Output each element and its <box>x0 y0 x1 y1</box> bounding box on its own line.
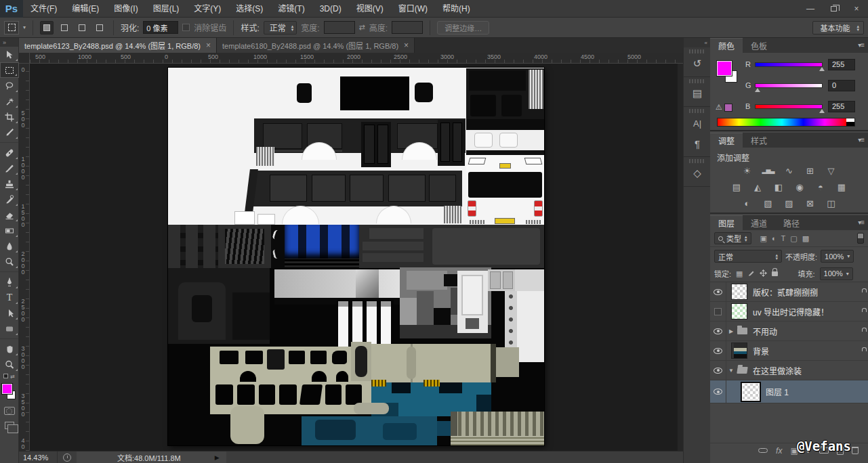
menu-type[interactable]: 文字(Y) <box>186 0 228 18</box>
layer-row-copyright[interactable]: 版权：贰肆捌捌捌 <box>710 282 868 302</box>
lock-paint-icon[interactable] <box>747 269 755 278</box>
paragraph-panel-icon[interactable]: ¶ <box>684 133 711 154</box>
foreground-color-swatch[interactable] <box>2 384 12 394</box>
tool-preset-button[interactable] <box>4 21 19 35</box>
panel-menu-icon[interactable]: ▾≡ <box>858 41 864 49</box>
exposure-icon[interactable]: ⊞ <box>803 164 818 177</box>
tab-layers[interactable]: 图层 <box>710 215 743 230</box>
brush-tool[interactable] <box>0 160 19 176</box>
visibility-toggle[interactable] <box>710 302 726 322</box>
threshold-icon[interactable]: ▨ <box>782 197 797 209</box>
filter-type-dropdown[interactable]: 类型 ▴▾ <box>714 232 751 244</box>
path-selection-tool[interactable] <box>0 305 19 321</box>
vertical-scrollbar[interactable] <box>678 64 683 451</box>
link-layers-icon[interactable] <box>758 448 768 453</box>
gradient-tool[interactable] <box>0 223 19 238</box>
tab-close-icon[interactable]: × <box>404 42 409 49</box>
zoom-level-field[interactable]: 14.43% <box>19 454 57 462</box>
filter-shape-layers-icon[interactable]: ▢ <box>790 234 797 243</box>
antialias-checkbox[interactable] <box>182 24 190 31</box>
menu-view[interactable]: 视图(V) <box>349 0 391 18</box>
intersect-selection-button[interactable] <box>93 21 106 35</box>
menu-layer[interactable]: 图层(L) <box>146 0 187 18</box>
green-slider-thumb[interactable] <box>755 88 760 92</box>
new-selection-button[interactable] <box>40 21 54 35</box>
menu-edit[interactable]: 编辑(E) <box>64 0 106 18</box>
layer-name[interactable]: 版权：贰肆捌捌捌 <box>753 286 818 298</box>
brightness-contrast-icon[interactable]: ☀ <box>740 164 755 177</box>
group-expanded-caret[interactable]: ▼ <box>726 368 736 374</box>
refine-edge-button[interactable]: 调整边缘… <box>437 21 489 35</box>
default-colors-icon[interactable] <box>3 374 8 378</box>
tab-paths[interactable]: 路径 <box>775 215 808 230</box>
layer-thumbnail[interactable] <box>741 382 760 401</box>
layer-row-layer1-selected[interactable]: 图层 1 <box>710 380 868 403</box>
document-size-info[interactable]: 文档:48.0M/111.8M <box>77 451 208 463</box>
menu-window[interactable]: 窗口(W) <box>391 0 435 18</box>
gradient-map-icon[interactable]: ◫ <box>824 197 839 209</box>
tab-adjustments[interactable]: 调整 <box>710 133 743 148</box>
character-panel-icon[interactable]: A| <box>684 113 711 133</box>
menu-image[interactable]: 图像(I) <box>106 0 145 18</box>
history-panel-icon[interactable]: ↺ <box>684 53 711 74</box>
panel-menu-icon[interactable]: ▾≡ <box>858 136 864 144</box>
visibility-toggle[interactable] <box>710 341 726 361</box>
visibility-toggle[interactable] <box>710 322 726 341</box>
filter-type-layers-icon[interactable]: T <box>781 234 786 242</box>
layer-name[interactable]: 不用动 <box>753 326 777 337</box>
layer-name[interactable]: uv 导出时记得隐藏！ <box>753 306 829 317</box>
visibility-toggle[interactable] <box>710 282 726 302</box>
layer-thumbnail[interactable] <box>731 303 747 319</box>
red-slider[interactable] <box>755 62 823 67</box>
tab-channels[interactable]: 通道 <box>743 215 775 230</box>
layer-thumbnail[interactable] <box>731 343 747 359</box>
canvas-document[interactable] <box>168 68 544 445</box>
spot-healing-brush-tool[interactable] <box>0 145 19 160</box>
menu-file[interactable]: 文件(F) <box>23 0 64 18</box>
status-options-icon[interactable]: ▶ <box>208 451 226 463</box>
pen-tool[interactable] <box>0 274 19 290</box>
crop-tool[interactable] <box>0 109 19 125</box>
dodge-tool[interactable] <box>0 254 19 269</box>
blue-value[interactable]: 255 <box>828 101 855 112</box>
document-tab-active[interactable]: template6123_By2488.psd @ 14.4% (图层 1, R… <box>19 38 217 53</box>
layer-name[interactable]: 在这里做涂装 <box>753 365 802 376</box>
magic-wand-tool[interactable] <box>0 93 19 109</box>
visibility-toggle[interactable] <box>710 380 726 403</box>
layer-row-background[interactable]: 背景 <box>710 341 868 361</box>
lock-position-icon[interactable] <box>760 269 767 278</box>
lasso-tool[interactable] <box>0 78 19 93</box>
shape-tool[interactable] <box>0 321 19 336</box>
layer-row-group-donottouch[interactable]: ▶ 不用动 <box>710 322 868 341</box>
tab-styles[interactable]: 样式 <box>743 133 775 148</box>
invert-icon[interactable]: ◐ <box>740 197 755 209</box>
width-input[interactable] <box>324 21 355 34</box>
levels-icon[interactable]: ▂▅▃ <box>761 164 776 177</box>
fill-dropdown[interactable]: 100% ▾ <box>820 267 853 280</box>
layer-row-uv[interactable]: uv 导出时记得隐藏！ <box>710 302 868 322</box>
foreground-color-swatch[interactable] <box>717 61 732 76</box>
menu-select[interactable]: 选择(S) <box>228 0 270 18</box>
layer-name[interactable]: 图层 1 <box>766 386 789 397</box>
lock-transparency-icon[interactable]: ▦ <box>736 269 743 278</box>
color-lookup-icon[interactable]: ▦ <box>834 181 849 193</box>
blur-tool[interactable] <box>0 238 19 254</box>
green-slider[interactable] <box>755 83 823 88</box>
eraser-tool[interactable] <box>0 207 19 223</box>
selective-color-icon[interactable]: ⊠ <box>803 197 818 209</box>
layer-style-icon[interactable]: fx <box>776 446 782 456</box>
height-input[interactable] <box>392 21 423 34</box>
screen-mode-button[interactable] <box>5 422 14 429</box>
green-value[interactable]: 0 <box>828 80 855 91</box>
blend-mode-dropdown[interactable]: 正常 ▴▾ <box>714 250 782 263</box>
group-collapsed-caret[interactable]: ▶ <box>726 328 736 334</box>
hand-tool[interactable] <box>0 341 19 357</box>
red-slider-thumb[interactable] <box>819 67 825 71</box>
tool-preset-caret-icon[interactable]: ▾ <box>23 24 26 30</box>
style-dropdown[interactable]: 正常 ▴▾ <box>264 21 297 35</box>
hue-saturation-icon[interactable]: ▤ <box>729 181 744 193</box>
move-tool[interactable] <box>0 47 19 62</box>
panel-menu-icon[interactable]: ▾≡ <box>858 219 864 226</box>
restore-button[interactable] <box>822 2 845 16</box>
add-selection-button[interactable] <box>58 21 71 35</box>
